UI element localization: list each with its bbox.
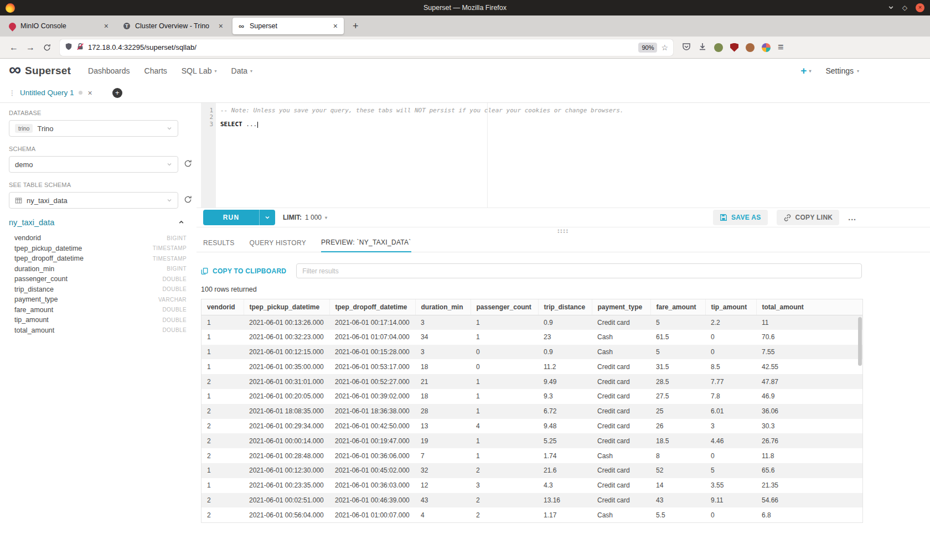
run-button[interactable]: RUN [203, 210, 275, 225]
profile-avatar-icon[interactable] [746, 43, 755, 52]
results-column-header[interactable]: passenger_count [471, 299, 538, 315]
table-name-heading[interactable]: ny_taxi_data [9, 218, 54, 227]
browser-toolbar: ← → 172.18.0.4:32295/superset/sqllab/ 90… [0, 37, 930, 59]
extension-pinwheel-icon[interactable] [762, 43, 771, 52]
table-row[interactable]: 12021-06-01 00:23:35.0002021-06-01 00:36… [202, 478, 862, 493]
table-row[interactable]: 22021-06-01 00:56:04.0002021-06-01 01:00… [202, 507, 862, 522]
nav-data[interactable]: Data▾ [231, 66, 253, 75]
table-select[interactable]: ny_taxi_data [9, 192, 178, 209]
results-column-header[interactable]: payment_type [592, 299, 650, 315]
superset-brand[interactable]: ∞ Superset [9, 64, 71, 78]
results-column-header[interactable]: tip_amount [705, 299, 756, 315]
sql-editor[interactable]: 1 2 3 -- Note: Unless you save your quer… [197, 103, 930, 208]
more-options-button[interactable]: ... [848, 213, 856, 222]
new-query-tab-button[interactable]: + [112, 88, 122, 98]
reload-button[interactable] [39, 40, 55, 55]
results-column-header[interactable]: total_amount [756, 299, 862, 315]
results-column-header[interactable]: tpep_pickup_datetime [244, 299, 329, 315]
new-browser-tab-button[interactable]: + [349, 20, 362, 32]
save-as-button[interactable]: SAVE AS [713, 210, 767, 225]
column-item[interactable]: tip_amountDOUBLE [9, 315, 188, 325]
column-item[interactable]: total_amountDOUBLE [9, 325, 188, 336]
browser-tab-superset[interactable]: ∞ Superset × [232, 18, 344, 34]
limit-dropdown[interactable]: LIMIT: 1 000 ▾ [283, 214, 327, 221]
schema-select[interactable]: demo [9, 156, 178, 173]
table-row[interactable]: 12021-06-01 00:32:23.0002021-06-01 01:07… [202, 330, 862, 345]
table-row[interactable]: 22021-06-01 00:31:01.0002021-06-01 00:52… [202, 374, 862, 389]
pocket-icon[interactable] [682, 42, 691, 53]
column-item[interactable]: vendoridBIGINT [9, 233, 188, 243]
table-row[interactable]: 22021-06-01 18:08:35.0002021-06-01 18:36… [202, 404, 862, 419]
results-column-header[interactable]: fare_amount [650, 299, 705, 315]
column-item[interactable]: payment_typeVARCHAR [9, 294, 188, 305]
pane-resize-handle[interactable]: •••••••• [557, 229, 569, 234]
tab-close-icon[interactable]: × [218, 22, 224, 30]
database-select[interactable]: trino Trino [9, 120, 178, 137]
refresh-tables-icon[interactable] [184, 195, 192, 206]
extension-icon[interactable] [714, 43, 723, 52]
nav-label: Charts [144, 66, 167, 75]
filter-results-input[interactable] [296, 263, 862, 278]
column-item[interactable]: tpep_dropoff_datetimeTIMESTAMP [9, 253, 188, 264]
copy-link-button[interactable]: COPY LINK [777, 210, 840, 225]
column-item[interactable]: duration_minBIGINT [9, 264, 188, 274]
table-cell: 2021-06-01 00:53:17.000 [329, 359, 415, 374]
window-minimize-icon[interactable] [888, 4, 894, 12]
collapse-table-icon[interactable] [178, 217, 184, 227]
table-cell: 1 [471, 433, 538, 448]
tab-close-icon[interactable]: × [332, 22, 339, 30]
window-maximize-icon[interactable]: ◇ [902, 4, 907, 11]
ublock-shield-icon[interactable] [730, 43, 738, 52]
browser-tab-trino[interactable]: T Cluster Overview - Trino × [118, 18, 229, 34]
nav-sql-lab[interactable]: SQL Lab▾ [182, 66, 217, 75]
table-row[interactable]: 12021-06-01 00:13:26.0002021-06-01 00:17… [202, 315, 862, 330]
table-row[interactable]: 12021-06-01 00:12:30.0002021-06-01 00:45… [202, 463, 862, 478]
run-label[interactable]: RUN [203, 210, 259, 225]
query-tab-untitled[interactable]: ⋮ Untitled Query 1 × [8, 83, 98, 103]
results-column-header[interactable]: vendorid [202, 299, 244, 315]
tab-close-icon[interactable]: × [103, 22, 110, 30]
results-column-header[interactable]: tpep_dropoff_datetime [329, 299, 415, 315]
results-scrollbar[interactable] [858, 317, 862, 366]
tab-preview[interactable]: PREVIEW: `NY_TAXI_DATA` [321, 238, 411, 252]
new-item-button[interactable]: +▾ [800, 65, 811, 77]
tab-results[interactable]: RESULTS [203, 239, 235, 252]
table-row[interactable]: 12021-06-01 00:35:00.0002021-06-01 00:53… [202, 359, 862, 374]
run-options-caret[interactable] [259, 210, 275, 225]
forward-button[interactable]: → [22, 40, 39, 55]
results-column-header[interactable]: trip_distance [538, 299, 592, 315]
table-cell: 34 [415, 330, 471, 345]
url-text[interactable]: 172.18.0.4:32295/superset/sqllab/ [88, 43, 634, 51]
table-row[interactable]: 22021-06-01 00:28:48.0002021-06-01 00:36… [202, 448, 862, 463]
chevron-down-icon [167, 162, 172, 167]
table-row[interactable]: 22021-06-01 00:02:51.0002021-06-01 00:46… [202, 493, 862, 508]
back-button[interactable]: ← [6, 40, 22, 55]
table-row[interactable]: 22021-06-01 00:29:34.0002021-06-01 00:42… [202, 419, 862, 434]
table-row[interactable]: 12021-06-01 00:20:05.0002021-06-01 00:39… [202, 389, 862, 404]
settings-menu[interactable]: Settings▾ [825, 66, 859, 75]
refresh-schema-icon[interactable] [184, 159, 192, 170]
downloads-icon[interactable] [698, 42, 707, 53]
copy-to-clipboard-button[interactable]: COPY TO CLIPBOARD [201, 267, 286, 275]
table-row[interactable]: 12021-06-01 00:12:15.0002021-06-01 00:15… [202, 345, 862, 360]
drag-handle-icon[interactable]: ⋮ [9, 89, 16, 97]
results-column-header[interactable]: duration_min [415, 299, 471, 315]
editor-code[interactable]: -- Note: Unless you save your query, the… [220, 103, 930, 128]
browser-tab-minio[interactable]: MinIO Console × [3, 18, 115, 34]
url-bar[interactable]: 172.18.0.4:32295/superset/sqllab/ 90% ☆ [60, 39, 673, 56]
column-item[interactable]: tpep_pickup_datetimeTIMESTAMP [9, 243, 188, 254]
zoom-level-badge[interactable]: 90% [638, 43, 657, 53]
window-close-icon[interactable]: × [916, 3, 924, 12]
tab-query-history[interactable]: QUERY HISTORY [250, 239, 306, 252]
menu-icon[interactable]: ≡ [778, 42, 784, 53]
bookmark-star-icon[interactable]: ☆ [661, 43, 668, 52]
nav-charts[interactable]: Charts [144, 66, 167, 75]
query-tab-close-icon[interactable]: × [88, 89, 92, 97]
column-item[interactable]: trip_distanceDOUBLE [9, 284, 188, 295]
table-row[interactable]: 22021-06-01 00:00:14.0002021-06-01 00:19… [202, 433, 862, 448]
column-item[interactable]: passenger_countDOUBLE [9, 274, 188, 284]
insecure-lock-icon[interactable] [76, 43, 84, 53]
shield-icon[interactable] [65, 43, 73, 53]
nav-dashboards[interactable]: Dashboards [88, 66, 130, 75]
column-item[interactable]: fare_amountDOUBLE [9, 305, 188, 315]
